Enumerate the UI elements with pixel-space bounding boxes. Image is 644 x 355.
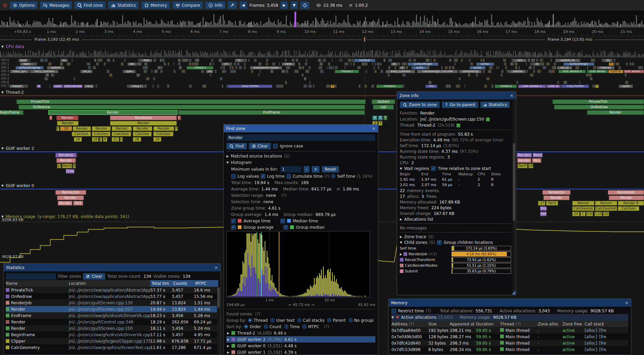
zone[interactable]: RerS [546,201,558,206]
zone[interactable]: OnRedraw [554,105,644,109]
cpu-data-header[interactable]: ▼CPU data [1,44,24,49]
find-zone-search-input[interactable] [226,134,375,141]
frames-overview[interactable] [0,11,644,28]
frame-label[interactable]: Frame 3,194 (13.92 ms) [545,37,595,42]
table-row[interactable]: 0x7dfc53d8988 bytes298.34 ms59.95 sMain … [391,346,628,353]
table-row[interactable]: PrivateTickjni/../jni/src/claw/applicati… [6,287,218,293]
alloc-link[interactable]: [alloc] [585,335,597,339]
zoom-to-zone-button[interactable]: Zoom to zone [400,101,440,108]
zone[interactable]: Rend [533,153,543,158]
zone[interactable]: C6 [586,212,593,216]
memory-column-header[interactable]: Thread (?) [500,322,538,326]
cpu-zone[interactable]: tracy_systrace [386,70,415,73]
table-row[interactable]: 0x7dfaa64e00192 bytes298.21 ms59.95 sMai… [391,327,628,334]
frame-label[interactable]: Frame 3,193 (22.45 ms) [32,37,82,42]
cpu-zone[interactable]: tracy_syn [10,70,29,73]
histogram-plot[interactable] [226,231,370,298]
alloc-link[interactable]: [alloc] [585,347,597,352]
alloc-link[interactable]: [alloc] [585,328,597,333]
zone[interactable]: OnRedraw [18,105,365,109]
child-zone-row[interactable]: RecalcTransform72.92 µs (1.62%) [400,257,511,263]
zone[interactable]: T [378,116,383,120]
zone[interactable]: Render [110,121,177,126]
cpu-zone[interactable]: nd [206,70,213,73]
zone[interactable]: Rerff [518,164,528,168]
zone-trace-section[interactable]: ▶Zone trace(2) [400,234,511,239]
column-header-mtpc[interactable]: MTPC [194,280,218,287]
zone[interactable]: Render [92,126,111,131]
cpu-zone[interactable]: Thread-2 [495,85,517,88]
memory-column-header[interactable]: Address (?) [391,322,428,326]
zone[interactable]: S [372,116,377,120]
cpu-zone[interactable]: su [60,59,68,62]
zone[interactable]: Render [153,126,174,131]
log-values-checkbox[interactable] [231,174,236,179]
cpu-zone[interactable]: M [37,85,41,88]
cpu-zone[interactable]: GUIF-w [608,70,623,73]
close-icon[interactable]: × [625,300,629,305]
cpu-graph[interactable] [0,49,644,88]
cpu-zone[interactable]: GUIFGUIFwork [64,85,83,88]
zone[interactable]: RenderJ [517,153,532,158]
group-by-option[interactable]: Parent [327,318,345,323]
cpu-zone[interactable]: GUIF w [547,85,560,88]
cpu-zone[interactable]: surfaceflinger [564,62,594,66]
cpu-zone[interactable]: kwor [20,62,34,66]
zone[interactable]: -17 [538,201,545,206]
cpu-zone[interactable]: syste [619,85,633,88]
zone[interactable]: 9 [73,164,76,168]
cpu-zone[interactable]: GUIF worker 1 [624,70,644,73]
min-bin-input[interactable] [280,166,302,173]
prev-frame-button[interactable]: ◀ [239,1,247,9]
zone-group-row[interactable]: ▶GUIF worker 1(3,192)4.39 s [226,349,375,355]
goto-frame-button[interactable] [300,1,310,9]
zone[interactable]: BeginFrame [0,110,23,115]
memory-titlebar[interactable]: Memory× [389,299,631,307]
group-by-option[interactable]: Call stacks [297,318,324,323]
cpu-zone[interactable]: sen [513,59,527,62]
allocations-list-section[interactable]: ▶Allocations list [400,216,511,222]
cpu-zone[interactable]: kwoc [282,62,295,66]
zone[interactable]: Render [56,158,76,163]
zone[interactable]: CalcGeome [572,206,594,211]
reset-button[interactable]: Reset [322,166,339,173]
find-zone-button[interactable]: Find zone [74,1,106,9]
zone[interactable]: EndFrame [178,110,365,115]
free-link[interactable]: [fre [599,328,606,333]
zone[interactable]: PrivateTick [16,99,366,104]
go-to-parent-button[interactable]: ↑Go to parent [442,101,478,108]
zone[interactable]: CalcGeo [153,132,173,136]
cpu-zone[interactable]: Tracy [84,85,94,88]
cpu-zone[interactable]: lgiks [123,70,136,73]
zone[interactable]: Render [57,195,84,200]
zone[interactable]: F [175,126,178,131]
statistics-titlebar[interactable]: Statistics× [4,264,220,271]
child-zone-row[interactable]: CalcRenderNodes51.51 µs (1.15%) [400,263,511,268]
table-row[interactable]: Renderjni/../jni/src/guif/Control.cpp:34… [6,319,218,325]
scrollbar-thumb[interactable] [217,287,220,308]
zone[interactable]: CalcGeo [618,206,639,211]
cpu-zone[interactable]: A [609,62,613,66]
sort-by-option[interactable]: Order [244,324,261,329]
zone[interactable]: 16 [92,137,99,142]
free-link[interactable]: [fre [599,347,606,352]
zone[interactable]: Render [48,110,177,115]
cpu-zone[interactable]: Thread-2 [186,66,213,70]
cpu-zone[interactable]: Tracy Profiler [561,85,589,88]
zone[interactable]: Render [73,126,91,131]
sort-by-option[interactable]: Time [284,324,300,329]
zone-group-row[interactable]: ▶GUIF worker 2(3,296)4.61 s [226,336,375,343]
zone[interactable]: 24 [153,137,161,142]
legend-checkbox[interactable] [231,219,236,223]
zone[interactable]: CalcGeo [72,132,91,136]
zone[interactable]: Rend [62,164,72,168]
find-zone-titlebar[interactable]: Find zone× [224,125,378,132]
memory-button[interactable]: Memory [141,1,170,9]
histogram-section[interactable]: ▼Histogram [226,159,375,166]
table-row[interactable]: CalcGeometryjni/../jni/src/claw/graphics… [6,344,218,351]
zone[interactable]: RenderJob [110,116,177,120]
column-header-counts[interactable]: Counts [172,280,194,287]
cpu-zone[interactable]: surfac [470,66,486,70]
table-row[interactable]: 0x7e049b3d00128 bytes298.27 ms59.95 sMai… [391,334,628,340]
zone[interactable]: 8 [103,137,107,142]
